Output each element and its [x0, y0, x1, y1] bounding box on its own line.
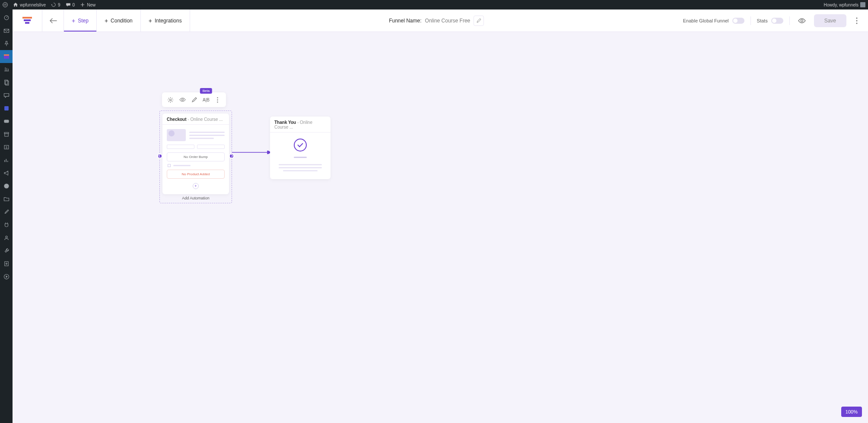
wordpress-icon: [3, 2, 8, 7]
new-content[interactable]: New: [80, 2, 95, 7]
comments-count: 0: [73, 3, 75, 7]
user-greeting[interactable]: Howdy, wpfunnels: [824, 2, 865, 7]
plus-icon: [80, 2, 85, 7]
wp-admin-bar: wpfunnelslive 9 0 New Howdy, wpfunnels: [0, 0, 868, 9]
refresh-icon: [51, 2, 56, 7]
svg-point-0: [3, 3, 8, 7]
new-label: New: [87, 3, 95, 7]
site-home[interactable]: wpfunnelslive: [13, 2, 46, 7]
home-icon: [13, 2, 18, 7]
updates-count: 9: [58, 3, 60, 7]
comments[interactable]: 0: [66, 2, 75, 7]
wp-logo[interactable]: [3, 2, 8, 7]
greeting-text: Howdy, wpfunnels: [824, 3, 858, 7]
comment-icon: [66, 2, 71, 7]
site-name: wpfunnelslive: [20, 3, 46, 7]
updates[interactable]: 9: [51, 2, 60, 7]
avatar-icon: [860, 2, 865, 7]
